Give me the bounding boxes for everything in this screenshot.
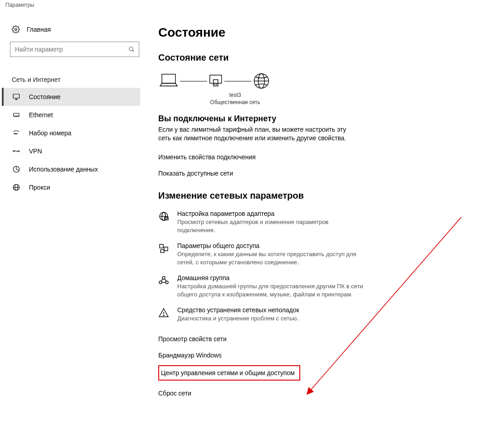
sidebar-item-vpn[interactable]: VPN — [2, 142, 140, 160]
globe-icon — [12, 183, 21, 191]
vpn-icon — [12, 147, 21, 155]
sidebar-item-label: Набор номера — [29, 129, 71, 137]
link-network-properties[interactable]: Просмотр свойств сети — [158, 331, 469, 347]
option-sharing-settings[interactable]: Параметры общего доступа Определите, к к… — [158, 242, 366, 266]
internet-globe-icon — [252, 72, 270, 90]
link-windows-firewall[interactable]: Брандмауэр Windows — [158, 347, 469, 363]
sidebar-item-status[interactable]: Состояние — [2, 88, 140, 106]
sidebar-item-data-usage[interactable]: Использование данных — [2, 160, 140, 178]
gear-icon — [12, 25, 20, 33]
link-show-available-networks[interactable]: Показать доступные сети — [158, 165, 469, 181]
laptop-icon — [158, 72, 179, 90]
svg-point-0 — [15, 29, 17, 31]
homegroup-icon — [158, 274, 170, 287]
link-change-connection-properties[interactable]: Изменить свойства подключения — [158, 149, 469, 165]
svg-point-11 — [15, 133, 16, 134]
option-desc: Просмотр сетевых адаптеров и изменение п… — [177, 218, 366, 234]
connected-desc: Если у вас лимитный тарифный план, вы мо… — [158, 125, 348, 143]
svg-point-13 — [13, 151, 14, 152]
svg-point-12 — [17, 133, 18, 134]
phone-icon — [12, 129, 21, 137]
svg-point-10 — [14, 133, 15, 134]
option-desc: Диагностика и устранение проблем с сетью… — [177, 315, 299, 323]
search-input[interactable] — [15, 46, 126, 53]
option-desc: Определите, к каким данным вы хотите пре… — [177, 250, 366, 266]
sidebar-item-label: Использование данных — [29, 166, 98, 173]
option-title: Параметры общего доступа — [177, 242, 366, 249]
sidebar-category: Сеть и Интернет — [2, 57, 140, 88]
sidebar-item-dialup[interactable]: Набор номера — [2, 124, 140, 142]
router-icon — [208, 73, 223, 89]
section-network-status: Состояние сети — [158, 52, 469, 63]
sidebar-item-proxy[interactable]: Прокси — [2, 178, 140, 196]
svg-point-43 — [163, 315, 164, 316]
sidebar-home[interactable]: Главная — [2, 22, 140, 37]
monitor-icon — [12, 93, 21, 101]
link-network-reset[interactable]: Сброс сети — [158, 385, 469, 401]
sidebar-home-label: Главная — [27, 26, 51, 33]
svg-rect-23 — [213, 80, 218, 86]
svg-rect-35 — [161, 250, 164, 253]
page-title: Состояние — [158, 25, 469, 40]
sidebar-item-label: Прокси — [29, 184, 50, 191]
option-title: Настройка параметров адаптера — [177, 210, 366, 217]
svg-point-14 — [18, 151, 19, 152]
svg-point-1 — [129, 47, 133, 51]
svg-point-38 — [165, 281, 168, 284]
search-icon — [126, 46, 137, 52]
sidebar-item-label: VPN — [29, 148, 42, 155]
svg-rect-33 — [160, 244, 163, 248]
svg-rect-3 — [13, 94, 19, 98]
adapter-icon — [158, 210, 170, 223]
svg-point-37 — [159, 281, 162, 284]
section-change-settings: Изменение сетевых параметров — [158, 191, 469, 201]
sidebar: Главная Сеть и Интернет Состояние Ethern… — [0, 8, 140, 446]
sidebar-item-ethernet[interactable]: Ethernet — [2, 106, 140, 124]
svg-line-2 — [132, 50, 134, 52]
search-input-wrap[interactable] — [10, 42, 139, 57]
network-type: Общественная сеть — [208, 99, 262, 106]
option-title: Домашняя группа — [177, 274, 366, 281]
svg-rect-21 — [162, 74, 175, 83]
svg-line-39 — [161, 279, 163, 281]
option-troubleshooter[interactable]: Средство устранения сетевых неполадок Ди… — [158, 306, 366, 323]
main-content: Состояние Состояние сети test3 Обществен… — [140, 8, 487, 446]
ethernet-icon — [12, 111, 21, 119]
svg-line-40 — [165, 279, 166, 281]
option-homegroup[interactable]: Домашняя группа Настройка домашней групп… — [158, 274, 366, 298]
svg-rect-22 — [210, 75, 222, 83]
warning-icon — [158, 306, 170, 319]
link-network-sharing-center[interactable]: Центр управления сетями и общим доступом — [158, 365, 300, 381]
sidebar-item-label: Состояние — [29, 93, 61, 100]
option-desc: Настройка домашней группы для предоставл… — [177, 282, 366, 298]
option-title: Средство устранения сетевых неполадок — [177, 306, 299, 314]
svg-rect-34 — [164, 247, 168, 251]
window-title: Параметры — [0, 0, 487, 8]
data-usage-icon — [12, 165, 21, 173]
connected-heading: Вы подключены к Интернету — [158, 114, 469, 124]
sidebar-item-label: Ethernet — [29, 111, 53, 119]
option-adapter-settings[interactable]: Настройка параметров адаптера Просмотр с… — [158, 210, 366, 234]
network-diagram — [158, 72, 469, 98]
sharing-icon — [158, 242, 170, 255]
